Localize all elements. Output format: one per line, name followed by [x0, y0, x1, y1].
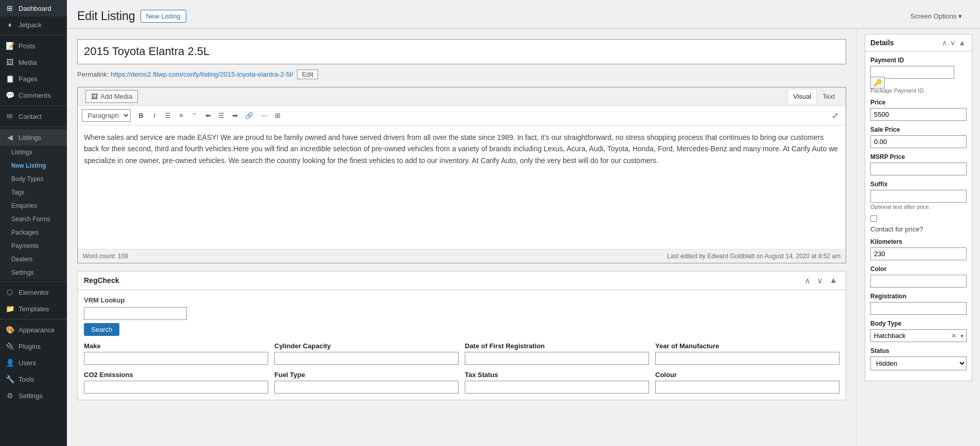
- postbox-collapse-up[interactable]: ∧: [802, 276, 813, 286]
- screen-options-button[interactable]: Screen Options ▾: [911, 12, 962, 20]
- new-listing-button[interactable]: New Listing: [141, 10, 186, 23]
- contact-price-checkbox[interactable]: [870, 215, 877, 222]
- field-year-manufacture: Year of Manufacture: [655, 342, 839, 365]
- kilometers-field: Kilometers: [870, 238, 967, 260]
- media-icon: 🖼: [5, 58, 14, 66]
- sidebar-subitem-body-types[interactable]: Body Types: [0, 172, 67, 186]
- field-co2-input[interactable]: [84, 381, 268, 394]
- sidebar-item-pages[interactable]: 📋 Pages: [0, 70, 67, 87]
- sidebar-item-plugins[interactable]: 🔌 Plugins: [0, 338, 67, 354]
- edit-permalink-button[interactable]: Edit: [297, 69, 318, 79]
- post-title-input[interactable]: [78, 40, 846, 64]
- permalink-link[interactable]: https://demo2.fitwp.com/corify/listing/2…: [111, 70, 293, 78]
- sidebar-item-listings[interactable]: ◀ Listings: [0, 129, 67, 146]
- templates-icon: 📁: [5, 305, 14, 313]
- sidebar-subitem-dealers[interactable]: Dealers: [0, 253, 67, 266]
- sidebar-item-dashboard[interactable]: ⊞ Dashboard: [0, 0, 67, 16]
- sidebar-item-users[interactable]: 👤 Users: [0, 354, 67, 371]
- body-type-arrow-icon: ▼: [959, 333, 965, 338]
- kilometers-input[interactable]: [870, 247, 967, 260]
- details-postbox: Details ∧ ∨ ▲ Payment ID 🔑 Package Payme…: [865, 34, 972, 381]
- sidebar-item-appearance[interactable]: 🎨 Appearance: [0, 322, 67, 338]
- suffix-note: Optional text after price.: [870, 204, 967, 210]
- sidebar-item-jetpack[interactable]: ♦ Jetpack: [0, 16, 67, 33]
- field-date-first-reg: Date of First Registration: [465, 342, 649, 365]
- details-title: Details: [870, 39, 894, 47]
- regcheck-postbox-header[interactable]: RegCheck ∧ ∨ ▲: [78, 272, 846, 290]
- suffix-input[interactable]: [870, 190, 967, 203]
- sidebar-subitem-search-forms[interactable]: Search Forms: [0, 212, 67, 226]
- italic-button[interactable]: I: [148, 110, 161, 121]
- payment-id-label: Payment ID: [870, 57, 967, 64]
- permalink-wrap: Permalink: https://demo2.fitwp.com/corif…: [77, 69, 846, 79]
- price-input[interactable]: [870, 108, 967, 121]
- align-right-button[interactable]: ➡: [229, 110, 241, 121]
- msrp-price-input[interactable]: [870, 163, 967, 175]
- bold-button[interactable]: B: [135, 110, 147, 121]
- tab-text[interactable]: Text: [817, 89, 841, 103]
- paragraph-select[interactable]: Paragraph: [82, 109, 131, 122]
- add-media-button[interactable]: 🖼 Add Media: [85, 90, 138, 103]
- sidebar-subitem-enquiries[interactable]: Enquiries: [0, 199, 67, 212]
- word-count-area: Word count: 108: [83, 253, 128, 260]
- sidebar-item-contact[interactable]: ✉ Contact: [0, 108, 67, 124]
- field-colour-input[interactable]: [655, 381, 839, 394]
- sidebar-item-tools[interactable]: 🔧 Tools: [0, 371, 67, 387]
- last-edited-text: Last edited by Edward Goldblatt on Augus…: [667, 253, 841, 260]
- postbox-collapse-down[interactable]: ∨: [815, 276, 825, 286]
- vrm-search-button[interactable]: Search: [84, 323, 119, 336]
- sidebar-subitem-listings[interactable]: Listings: [0, 146, 67, 159]
- editor-text: Where sales and service are made EASY! W…: [84, 132, 839, 166]
- pages-icon: 📋: [5, 75, 14, 83]
- sale-price-input[interactable]: [870, 135, 967, 148]
- field-fuel-input[interactable]: [274, 381, 459, 394]
- editor-content[interactable]: Where sales and service are made EASY! W…: [78, 126, 846, 249]
- vrm-input[interactable]: [84, 307, 187, 320]
- sidebar-subitem-new-listing[interactable]: New Listing: [0, 159, 67, 172]
- postbox-controls: ∧ ∨ ▲: [802, 276, 839, 286]
- tab-visual[interactable]: Visual: [787, 89, 817, 103]
- postbox-close[interactable]: ▲: [827, 276, 839, 286]
- table-button[interactable]: ⊞: [271, 110, 284, 121]
- color-input[interactable]: [870, 275, 967, 288]
- main-content: Edit Listing New Listing Screen Options …: [67, 0, 980, 446]
- body-type-clear-icon[interactable]: ✕: [951, 332, 956, 340]
- status-select[interactable]: Hidden Active Sold Draft: [870, 356, 967, 370]
- details-ctrl-up[interactable]: ∧: [941, 39, 948, 47]
- ordered-list-button[interactable]: ≡: [175, 110, 187, 121]
- add-media-icon: 🖼: [91, 93, 98, 100]
- sidebar-item-media[interactable]: 🖼 Media: [0, 54, 67, 70]
- sidebar-item-templates[interactable]: 📁 Templates: [0, 300, 67, 317]
- color-field: Color: [870, 265, 967, 288]
- blockquote-button[interactable]: ": [188, 110, 201, 121]
- sidebar-subitem-settings[interactable]: Settings: [0, 266, 67, 279]
- align-center-button[interactable]: ☰: [215, 110, 227, 121]
- more-button[interactable]: ⋯: [257, 110, 270, 121]
- field-tax-input[interactable]: [465, 381, 649, 394]
- sidebar-subitem-payments[interactable]: Payments: [0, 239, 67, 253]
- payment-id-field: Payment ID 🔑 Package Payment ID.: [870, 57, 967, 94]
- details-ctrl-down[interactable]: ∨: [949, 39, 956, 47]
- fullscreen-button[interactable]: ⤢: [829, 109, 842, 122]
- field-date-input[interactable]: [465, 352, 649, 365]
- details-postbox-header: Details ∧ ∨ ▲: [865, 34, 972, 51]
- unordered-list-button[interactable]: ☰: [162, 110, 174, 121]
- field-cylinder-input[interactable]: [274, 352, 459, 365]
- sidebar-item-settings[interactable]: ⚙ Settings: [0, 387, 67, 404]
- registration-input[interactable]: [870, 302, 967, 315]
- field-year-input[interactable]: [655, 352, 839, 365]
- link-button[interactable]: 🔗: [242, 110, 256, 121]
- sidebar-item-posts[interactable]: 📝 Posts: [0, 38, 67, 54]
- sidebar-subitem-tags[interactable]: Tags: [0, 186, 67, 199]
- details-ctrl-close[interactable]: ▲: [957, 39, 967, 47]
- field-year-label: Year of Manufacture: [655, 342, 839, 350]
- payment-id-icon: 🔑: [870, 77, 885, 88]
- status-field: Status Hidden Active Sold Draft: [870, 347, 967, 370]
- sale-price-field: Sale Price: [870, 126, 967, 148]
- color-label: Color: [870, 265, 967, 273]
- field-make-input[interactable]: [84, 352, 268, 365]
- sidebar-subitem-packages[interactable]: Packages: [0, 226, 67, 239]
- align-left-button[interactable]: ⬅: [202, 110, 214, 121]
- sidebar-item-elementor[interactable]: ⬡ Elementor: [0, 284, 67, 300]
- sidebar-item-comments[interactable]: 💬 Comments: [0, 87, 67, 103]
